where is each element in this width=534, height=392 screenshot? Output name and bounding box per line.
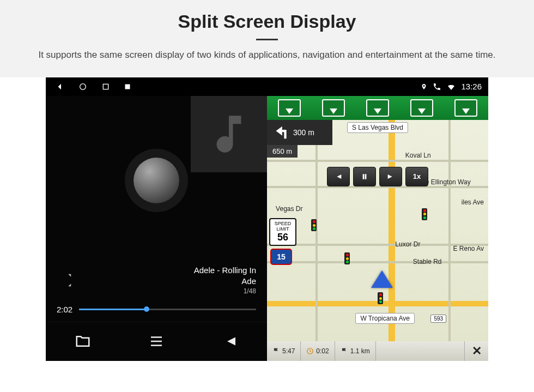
distance-remaining: 1.1 km — [335, 341, 376, 361]
joystick-control[interactable] — [134, 158, 179, 203]
lane-sign — [322, 99, 345, 117]
traffic-light-icon — [311, 219, 317, 231]
previous-track-icon[interactable] — [222, 333, 238, 349]
map-canvas[interactable]: S Las Vegas Blvd Koval Ln Duke Ellington… — [267, 120, 488, 341]
lane-guidance-bar — [267, 96, 488, 120]
street-label: Luxor Dr — [391, 239, 424, 249]
title-divider — [256, 39, 278, 40]
home-icon[interactable] — [78, 82, 87, 91]
speed-limit-value: 56 — [270, 232, 295, 243]
flag-icon — [272, 347, 280, 355]
page-title: Split Screen Display — [16, 11, 518, 32]
street-label: S Las Vegas Blvd — [347, 122, 408, 133]
road — [389, 120, 395, 341]
time-remaining: 0:02 — [301, 341, 335, 361]
sim-prev-button[interactable] — [327, 167, 350, 186]
nav-footer: 5:47 0:02 1.1 km ✕ — [267, 341, 488, 361]
device-screenshot: 13:26 Adele - Rolling In Ade 1/48 2:02 — [46, 77, 488, 361]
track-artist: Ade — [194, 276, 256, 287]
turn-distance: 300 m — [293, 128, 314, 137]
seek-bar[interactable] — [79, 309, 256, 310]
lane-sign — [410, 99, 433, 117]
shuffle-icon[interactable] — [57, 272, 73, 288]
track-title: Adele - Rolling In — [194, 265, 256, 276]
eta: 5:47 — [267, 341, 301, 361]
sim-speed-button[interactable]: 1x — [405, 167, 428, 186]
phone-icon — [433, 82, 441, 91]
wifi-icon — [447, 82, 456, 91]
street-label: Vegas Dr — [271, 204, 307, 214]
traffic-light-icon — [378, 292, 383, 304]
track-info: Adele - Rolling In Ade 1/48 — [194, 265, 256, 296]
next-distance: 650 m — [267, 145, 298, 158]
speed-limit-sign: SPEED LIMIT 56 — [269, 218, 296, 246]
sim-controls: 1x — [327, 167, 428, 186]
road — [267, 261, 488, 263]
clock-icon — [306, 347, 314, 355]
traffic-light-icon — [422, 208, 427, 220]
svg-rect-1 — [103, 84, 108, 89]
navigation-panel: S Las Vegas Blvd Koval Ln Duke Ellington… — [267, 77, 488, 361]
svg-point-0 — [80, 83, 86, 89]
traffic-light-icon — [344, 252, 350, 264]
music-bottom-bar — [46, 322, 267, 361]
track-index: 1/48 — [194, 287, 256, 295]
lane-sign — [366, 99, 389, 117]
street-label: Stable Rd — [409, 257, 446, 267]
flag-icon — [341, 347, 348, 355]
street-label: iles Ave — [457, 197, 488, 207]
sim-next-button[interactable] — [379, 167, 402, 186]
recent-apps-icon[interactable] — [101, 82, 110, 91]
turn-instruction: 300 m — [267, 120, 332, 145]
android-statusbar: 13:26 — [46, 77, 488, 96]
music-player-panel: Adele - Rolling In Ade 1/48 2:02 — [46, 77, 267, 361]
album-placeholder — [191, 96, 267, 172]
lane-sign — [278, 99, 301, 117]
interstate-shield: 15 — [270, 249, 292, 265]
road — [448, 120, 451, 341]
playlist-icon[interactable] — [148, 333, 165, 349]
folder-icon[interactable] — [75, 333, 91, 349]
svg-rect-2 — [125, 84, 130, 89]
turn-left-icon — [271, 123, 290, 142]
music-note-icon — [204, 110, 253, 159]
page-subtitle: It supports the same screen display of t… — [27, 48, 507, 62]
close-button[interactable]: ✕ — [464, 341, 488, 361]
road — [267, 160, 488, 162]
back-icon[interactable] — [56, 82, 64, 91]
sim-pause-button[interactable] — [353, 167, 376, 186]
clock: 13:26 — [461, 82, 482, 91]
elapsed-time: 2:02 — [57, 305, 72, 314]
lane-sign — [454, 99, 477, 117]
street-label-current: W Tropicana Ave — [355, 313, 415, 324]
street-label: E Reno Av — [449, 244, 488, 254]
vehicle-position-icon — [371, 270, 393, 288]
speed-limit-label: SPEED LIMIT — [270, 221, 295, 232]
street-badge: 593 — [430, 315, 446, 323]
location-icon — [421, 82, 427, 91]
picture-icon — [124, 83, 131, 90]
street-label: Koval Ln — [401, 150, 435, 160]
